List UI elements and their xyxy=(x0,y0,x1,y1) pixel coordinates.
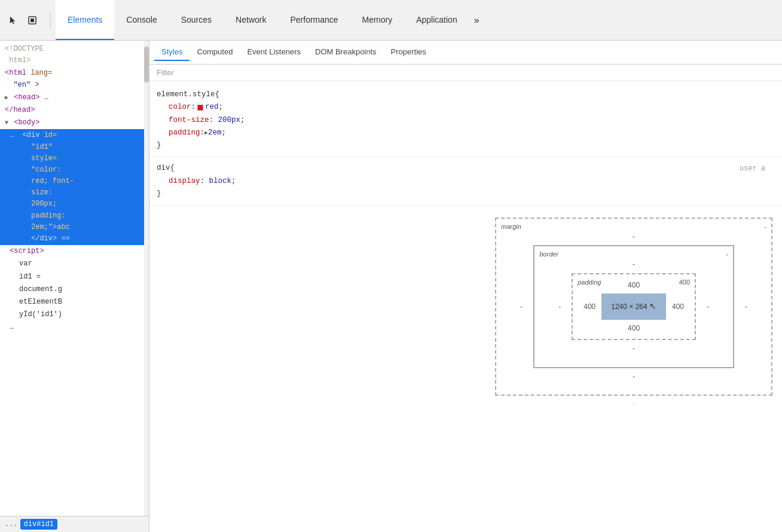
box-border: border - - - padding 400 xyxy=(533,245,734,368)
dom-line-head[interactable]: ▶ <head> … xyxy=(0,91,149,104)
dom-line-yid[interactable]: yId('id1') xyxy=(0,308,149,321)
tab-dom-breakpoints[interactable]: DOM Breakpoints xyxy=(308,44,384,61)
div-rule-header: div { user a xyxy=(157,162,775,175)
tab-sources[interactable]: Sources xyxy=(169,0,224,40)
dom-line-body[interactable]: ▼ <body> xyxy=(0,117,149,129)
dom-line-head-close[interactable]: </head> xyxy=(0,104,149,117)
tab-elements[interactable]: Elements xyxy=(56,0,114,40)
border-label: border xyxy=(539,249,558,260)
element-style-selector: element.style { xyxy=(157,88,775,101)
dom-line-html[interactable]: <html lang= "en" > xyxy=(0,67,149,91)
dom-scrollbar-thumb[interactable] xyxy=(144,47,149,82)
box-padding: padding 400 400 400 1240 xyxy=(572,273,696,341)
filter-input[interactable] xyxy=(157,68,775,77)
devtools-topbar: Elements Console Sources Network Perform… xyxy=(0,0,782,41)
css-prop-color: color : red ; xyxy=(157,101,775,114)
margin-label: margin xyxy=(501,221,521,233)
devtools-container: Elements Console Sources Network Perform… xyxy=(0,0,782,532)
dom-line-more[interactable]: … xyxy=(0,321,149,334)
tab-performance[interactable]: Performance xyxy=(278,0,350,40)
border-value-right[interactable]: - xyxy=(701,301,715,313)
box-model-container: margin - - - border - - xyxy=(149,208,782,419)
cursor-in-content: ↖ xyxy=(649,301,656,311)
border-value-left[interactable]: - xyxy=(552,301,567,313)
outer-bottom-dash: - xyxy=(495,398,772,409)
tab-computed[interactable]: Computed xyxy=(190,44,240,61)
margin-row: - border - - - xyxy=(514,245,753,368)
padding-value-right[interactable]: 400 xyxy=(671,301,685,313)
user-agent-label: user a xyxy=(740,163,765,175)
css-prop-display: display : block ; xyxy=(157,175,775,188)
box-model: margin - - - border - - xyxy=(495,218,772,409)
css-content: element.style { color : red ; font-size xyxy=(149,81,782,532)
div-rule-block: div { user a display : block ; } xyxy=(149,160,782,203)
content-width: 1240 xyxy=(611,302,627,311)
border-value-bottom[interactable]: - xyxy=(552,343,715,354)
rule-divider-1 xyxy=(149,157,782,157)
div-rule-close: } xyxy=(157,188,775,200)
expand-body-arrow[interactable]: ▼ xyxy=(5,120,8,126)
dom-breadcrumb: ... div#id1 xyxy=(0,516,149,532)
content-height: 264 xyxy=(636,302,647,311)
padding-label: padding xyxy=(578,277,601,288)
dom-line-etelement[interactable]: etElementB xyxy=(0,296,149,308)
tab-properties[interactable]: Properties xyxy=(384,44,433,61)
styles-tabs: Styles Computed Event Listeners DOM Brea… xyxy=(149,41,782,65)
devtools-icons xyxy=(5,12,51,29)
tab-memory[interactable]: Memory xyxy=(350,0,405,40)
dom-tree: <!DOCTYPE html> <html lang= "en" > ▶ <he… xyxy=(0,41,149,516)
tab-network[interactable]: Network xyxy=(224,0,278,40)
dom-scrollbar[interactable] xyxy=(144,41,149,516)
border-dash-top: - xyxy=(726,249,728,260)
devtools-body: <!DOCTYPE html> <html lang= "en" > ▶ <he… xyxy=(0,41,782,532)
padding-value-left[interactable]: 400 xyxy=(582,301,597,313)
dom-line-var[interactable]: var xyxy=(0,258,149,270)
dom-line-doctype[interactable]: <!DOCTYPE html> xyxy=(0,43,149,67)
element-style-rule: element.style { color : red ; font-size xyxy=(149,86,782,154)
css-prop-padding: padding : ▶ 2em ; xyxy=(157,127,775,139)
margin-dash-top: - xyxy=(764,221,766,233)
expand-head-arrow[interactable]: ▶ xyxy=(5,94,8,101)
breadcrumb-dots[interactable]: ... xyxy=(5,520,18,528)
padding-value-bottom[interactable]: 400 xyxy=(582,322,685,334)
dom-line-documentg[interactable]: document.g xyxy=(0,283,149,296)
breadcrumb-item-div[interactable]: div#id1 xyxy=(20,519,57,530)
border-row: - padding 400 400 400 xyxy=(552,273,715,341)
padding-row: 400 1240 × 264 ↖ xyxy=(582,293,685,320)
margin-value-bottom[interactable]: - xyxy=(514,371,753,383)
dom-line-id1[interactable]: id1 = xyxy=(0,271,149,283)
dom-line-script[interactable]: <script> xyxy=(0,245,149,258)
color-swatch-red[interactable] xyxy=(197,105,203,111)
svg-rect-1 xyxy=(30,19,34,22)
filter-bar xyxy=(149,65,782,81)
cursor-icon[interactable] xyxy=(5,12,22,29)
box-margin: margin - - - border - - xyxy=(495,218,772,396)
dom-panel: <!DOCTYPE html> <html lang= "en" > ▶ <he… xyxy=(0,41,149,532)
tab-event-listeners[interactable]: Event Listeners xyxy=(240,44,308,61)
more-tabs-icon[interactable]: » xyxy=(469,0,484,40)
padding-value-top-right: 400 xyxy=(679,277,690,288)
devtools-tabs: Elements Console Sources Network Perform… xyxy=(56,0,484,40)
css-prop-fontsize: font-size : 200px ; xyxy=(157,114,775,127)
dom-line-div-selected[interactable]: … <div id= "id1" style= "color: red; fon… xyxy=(0,129,149,245)
rule-divider-2 xyxy=(149,205,782,206)
margin-value-right[interactable]: - xyxy=(739,301,753,313)
tab-console[interactable]: Console xyxy=(114,0,169,40)
margin-value-top[interactable]: - xyxy=(514,231,753,243)
inspect-icon[interactable] xyxy=(24,12,41,29)
tab-styles[interactable]: Styles xyxy=(154,44,190,61)
element-style-close: } xyxy=(157,139,775,152)
content-x: × xyxy=(629,302,635,311)
border-value-top[interactable]: - xyxy=(552,258,715,270)
margin-value-left[interactable]: - xyxy=(514,301,529,313)
box-content[interactable]: 1240 × 264 ↖ xyxy=(601,293,666,320)
tab-application[interactable]: Application xyxy=(404,0,469,40)
right-panel: Styles Computed Event Listeners DOM Brea… xyxy=(149,41,782,532)
